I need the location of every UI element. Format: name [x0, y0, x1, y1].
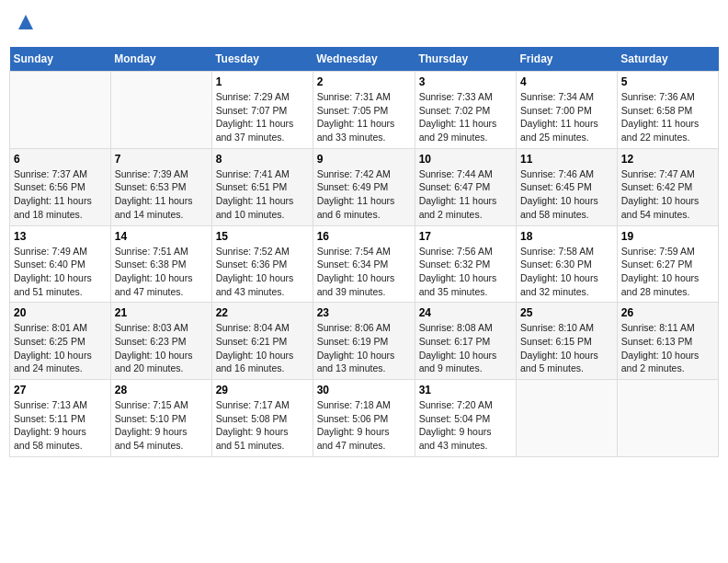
day-number: 17: [419, 230, 512, 243]
calendar-cell: 3Sunrise: 7:33 AM Sunset: 7:02 PM Daylig…: [415, 72, 516, 149]
day-info: Sunrise: 7:51 AM Sunset: 6:38 PM Dayligh…: [115, 245, 208, 299]
day-number: 8: [216, 153, 309, 166]
calendar-cell: 22Sunrise: 8:04 AM Sunset: 6:21 PM Dayli…: [211, 303, 313, 380]
day-number: 19: [621, 230, 714, 243]
calendar-table: SundayMondayTuesdayWednesdayThursdayFrid…: [9, 47, 719, 457]
calendar-cell: 29Sunrise: 7:17 AM Sunset: 5:08 PM Dayli…: [211, 380, 313, 457]
calendar-cell: 1Sunrise: 7:29 AM Sunset: 7:07 PM Daylig…: [211, 72, 313, 149]
day-info: Sunrise: 7:41 AM Sunset: 6:51 PM Dayligh…: [216, 167, 309, 222]
calendar-cell: 8Sunrise: 7:41 AM Sunset: 6:51 PM Daylig…: [211, 148, 313, 225]
calendar-cell: 12Sunrise: 7:47 AM Sunset: 6:42 PM Dayli…: [617, 148, 718, 225]
day-number: 12: [621, 153, 714, 166]
header-day-friday: Friday: [517, 47, 618, 72]
header-day-wednesday: Wednesday: [313, 47, 415, 72]
day-number: 21: [115, 306, 208, 319]
day-number: 20: [14, 306, 107, 319]
day-number: 28: [115, 384, 208, 396]
calendar-week-0: 1Sunrise: 7:29 AM Sunset: 7:07 PM Daylig…: [10, 72, 719, 149]
logo: [15, 13, 35, 36]
day-number: 10: [419, 153, 512, 166]
day-info: Sunrise: 7:15 AM Sunset: 5:10 PM Dayligh…: [115, 398, 208, 453]
calendar-cell: [110, 72, 211, 149]
day-info: Sunrise: 7:47 AM Sunset: 6:42 PM Dayligh…: [621, 167, 714, 222]
calendar-week-1: 6Sunrise: 7:37 AM Sunset: 6:56 PM Daylig…: [10, 148, 719, 225]
day-info: Sunrise: 7:59 AM Sunset: 6:27 PM Dayligh…: [621, 245, 714, 299]
day-number: 3: [419, 75, 512, 88]
header-day-monday: Monday: [110, 47, 211, 72]
day-number: 7: [115, 153, 208, 166]
page-header: [9, 9, 719, 40]
day-info: Sunrise: 7:52 AM Sunset: 6:36 PM Dayligh…: [216, 245, 309, 299]
calendar-cell: 21Sunrise: 8:03 AM Sunset: 6:23 PM Dayli…: [110, 303, 211, 380]
day-info: Sunrise: 7:31 AM Sunset: 7:05 PM Dayligh…: [317, 90, 411, 144]
calendar-cell: [617, 380, 718, 457]
calendar-week-4: 27Sunrise: 7:13 AM Sunset: 5:11 PM Dayli…: [10, 380, 719, 457]
day-info: Sunrise: 8:10 AM Sunset: 6:15 PM Dayligh…: [520, 321, 613, 375]
day-info: Sunrise: 7:39 AM Sunset: 6:53 PM Dayligh…: [115, 167, 208, 222]
day-number: 23: [317, 306, 411, 319]
day-info: Sunrise: 7:33 AM Sunset: 7:02 PM Dayligh…: [419, 90, 512, 144]
calendar-body: 1Sunrise: 7:29 AM Sunset: 7:07 PM Daylig…: [10, 72, 719, 457]
day-info: Sunrise: 8:04 AM Sunset: 6:21 PM Dayligh…: [216, 321, 309, 375]
day-info: Sunrise: 7:56 AM Sunset: 6:32 PM Dayligh…: [419, 245, 512, 299]
day-info: Sunrise: 8:08 AM Sunset: 6:17 PM Dayligh…: [419, 321, 512, 375]
day-number: 22: [216, 306, 309, 319]
calendar-cell: 13Sunrise: 7:49 AM Sunset: 6:40 PM Dayli…: [10, 225, 111, 303]
day-info: Sunrise: 8:03 AM Sunset: 6:23 PM Dayligh…: [115, 321, 208, 375]
logo-icon: [17, 13, 35, 31]
day-number: 16: [317, 230, 411, 243]
day-number: 1: [216, 75, 309, 88]
day-info: Sunrise: 7:42 AM Sunset: 6:49 PM Dayligh…: [317, 167, 411, 222]
day-number: 24: [419, 306, 512, 319]
day-info: Sunrise: 7:46 AM Sunset: 6:45 PM Dayligh…: [520, 167, 613, 222]
day-info: Sunrise: 7:18 AM Sunset: 5:06 PM Dayligh…: [317, 398, 411, 453]
day-number: 9: [317, 153, 411, 166]
day-number: 26: [621, 306, 714, 319]
day-number: 15: [216, 230, 309, 243]
header-day-tuesday: Tuesday: [211, 47, 313, 72]
day-number: 18: [520, 230, 613, 243]
day-info: Sunrise: 7:54 AM Sunset: 6:34 PM Dayligh…: [317, 245, 411, 299]
calendar-cell: 10Sunrise: 7:44 AM Sunset: 6:47 PM Dayli…: [415, 148, 516, 225]
calendar-cell: 19Sunrise: 7:59 AM Sunset: 6:27 PM Dayli…: [617, 225, 718, 303]
day-number: 13: [14, 230, 107, 243]
calendar-cell: 2Sunrise: 7:31 AM Sunset: 7:05 PM Daylig…: [313, 72, 415, 149]
day-number: 14: [115, 230, 208, 243]
calendar-week-2: 13Sunrise: 7:49 AM Sunset: 6:40 PM Dayli…: [10, 225, 719, 303]
calendar-week-3: 20Sunrise: 8:01 AM Sunset: 6:25 PM Dayli…: [10, 303, 719, 380]
calendar-cell: 18Sunrise: 7:58 AM Sunset: 6:30 PM Dayli…: [517, 225, 618, 303]
calendar-cell: 17Sunrise: 7:56 AM Sunset: 6:32 PM Dayli…: [415, 225, 516, 303]
day-info: Sunrise: 7:44 AM Sunset: 6:47 PM Dayligh…: [419, 167, 512, 222]
day-number: 29: [216, 384, 309, 396]
day-info: Sunrise: 7:49 AM Sunset: 6:40 PM Dayligh…: [14, 245, 107, 299]
day-info: Sunrise: 7:34 AM Sunset: 7:00 PM Dayligh…: [520, 90, 613, 144]
calendar-cell: 7Sunrise: 7:39 AM Sunset: 6:53 PM Daylig…: [110, 148, 211, 225]
day-info: Sunrise: 8:11 AM Sunset: 6:13 PM Dayligh…: [621, 321, 714, 375]
day-info: Sunrise: 7:20 AM Sunset: 5:04 PM Dayligh…: [419, 398, 512, 453]
calendar-cell: 15Sunrise: 7:52 AM Sunset: 6:36 PM Dayli…: [211, 225, 313, 303]
calendar-cell: 23Sunrise: 8:06 AM Sunset: 6:19 PM Dayli…: [313, 303, 415, 380]
calendar-header: SundayMondayTuesdayWednesdayThursdayFrid…: [10, 47, 719, 72]
calendar-cell: 5Sunrise: 7:36 AM Sunset: 6:58 PM Daylig…: [617, 72, 718, 149]
day-info: Sunrise: 7:58 AM Sunset: 6:30 PM Dayligh…: [520, 245, 613, 299]
day-number: 6: [14, 153, 107, 166]
day-info: Sunrise: 8:01 AM Sunset: 6:25 PM Dayligh…: [14, 321, 107, 375]
calendar-cell: 27Sunrise: 7:13 AM Sunset: 5:11 PM Dayli…: [10, 380, 111, 457]
day-number: 4: [520, 75, 613, 88]
calendar-cell: 6Sunrise: 7:37 AM Sunset: 6:56 PM Daylig…: [10, 148, 111, 225]
calendar-cell: 9Sunrise: 7:42 AM Sunset: 6:49 PM Daylig…: [313, 148, 415, 225]
calendar-cell: 30Sunrise: 7:18 AM Sunset: 5:06 PM Dayli…: [313, 380, 415, 457]
day-number: 30: [317, 384, 411, 396]
calendar-cell: 25Sunrise: 8:10 AM Sunset: 6:15 PM Dayli…: [517, 303, 618, 380]
header-day-thursday: Thursday: [415, 47, 516, 72]
day-number: 11: [520, 153, 613, 166]
calendar-cell: 11Sunrise: 7:46 AM Sunset: 6:45 PM Dayli…: [517, 148, 618, 225]
svg-marker-0: [18, 15, 33, 29]
calendar-cell: 14Sunrise: 7:51 AM Sunset: 6:38 PM Dayli…: [110, 225, 211, 303]
day-number: 5: [621, 75, 714, 88]
calendar-cell: 31Sunrise: 7:20 AM Sunset: 5:04 PM Dayli…: [415, 380, 516, 457]
calendar-cell: 4Sunrise: 7:34 AM Sunset: 7:00 PM Daylig…: [517, 72, 618, 149]
day-number: 25: [520, 306, 613, 319]
day-info: Sunrise: 7:36 AM Sunset: 6:58 PM Dayligh…: [621, 90, 714, 144]
day-info: Sunrise: 7:37 AM Sunset: 6:56 PM Dayligh…: [14, 167, 107, 222]
